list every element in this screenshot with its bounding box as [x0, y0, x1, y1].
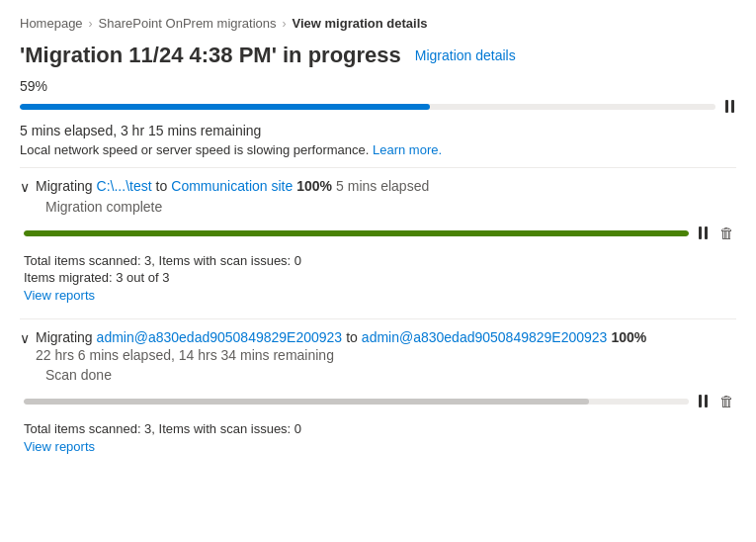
migration-source-1[interactable]: C:\...\test [97, 178, 152, 194]
stat-line-1-1: Items migrated: 3 out of 3 [24, 270, 736, 285]
migration-item-1: ∨ Migrating C:\...\test to Communication… [20, 178, 736, 303]
stat-line-1-0: Total items scanned: 3, Items with scan … [24, 253, 736, 268]
overall-progress-bar-container [20, 98, 736, 115]
title-row: 'Migration 11/24 4:38 PM' in progress Mi… [20, 43, 736, 68]
breadcrumb-homepage[interactable]: Homepage [20, 16, 83, 31]
breadcrumb: Homepage › SharePoint OnPrem migrations … [20, 16, 736, 31]
migration-percent-1: 100% [296, 178, 332, 194]
pause-icon [725, 100, 734, 113]
overall-pause-button[interactable] [723, 98, 736, 115]
item-actions-2: 🗑 [697, 391, 736, 411]
breadcrumb-sharepoint[interactable]: SharePoint OnPrem migrations [99, 16, 277, 31]
migration-status-1: Migration complete [45, 199, 736, 215]
overall-progress-section: 59% 5 mins elapsed, 3 hr 15 mins remaini… [20, 78, 736, 157]
migration-label-2: Migrating admin@a830edad9050849829E20092… [36, 329, 736, 363]
chevron-2[interactable]: ∨ [20, 330, 30, 346]
main-divider [20, 167, 736, 168]
migration-source-2[interactable]: admin@a830edad9050849829E200923 [97, 329, 343, 345]
learn-more-link[interactable]: Learn more. [373, 142, 442, 157]
item-progress-row-2: 🗑 [24, 391, 736, 411]
migration-dest-2[interactable]: admin@a830edad9050849829E200923 [362, 329, 608, 345]
to-text-2: to [346, 329, 358, 345]
overall-progress-fill [20, 104, 430, 110]
warning-message: Local network speed or server speed is s… [20, 142, 369, 157]
overall-progress-track [20, 104, 715, 110]
stats-section-1: Total items scanned: 3, Items with scan … [24, 253, 736, 303]
item-delete-button-1[interactable]: 🗑 [717, 223, 736, 243]
item-progress-track-1 [24, 230, 689, 236]
warning-text: Local network speed or server speed is s… [20, 142, 736, 157]
to-text-1: to [156, 178, 168, 194]
page-title: 'Migration 11/24 4:38 PM' in progress [20, 43, 401, 68]
divider-2 [20, 318, 736, 319]
breadcrumb-current: View migration details [293, 16, 428, 31]
migration-header-2: ∨ Migrating admin@a830edad9050849829E200… [20, 329, 736, 363]
migrating-prefix-2: Migrating [36, 329, 93, 345]
item-pause-button-2[interactable] [697, 393, 710, 409]
migration-details-link[interactable]: Migration details [415, 47, 516, 63]
overall-progress-percent: 59% [20, 78, 736, 94]
item-progress-fill-2 [24, 399, 589, 405]
migration-percent-2: 100% [611, 329, 646, 345]
migration-label-1: Migrating C:\...\test to Communication s… [36, 178, 736, 194]
migration-status-2: Scan done [45, 367, 736, 383]
migration-item-2: ∨ Migrating admin@a830edad9050849829E200… [20, 329, 736, 454]
migration-elapsed-1: 5 mins elapsed [336, 178, 429, 194]
breadcrumb-sep-1: › [89, 17, 93, 31]
view-reports-link-1[interactable]: View reports [24, 288, 95, 303]
view-reports-link-2[interactable]: View reports [24, 439, 95, 454]
migration-dest-1[interactable]: Communication site [171, 178, 293, 194]
item-delete-button-2[interactable]: 🗑 [717, 391, 736, 411]
time-elapsed: 5 mins elapsed, 3 hr 15 mins remaining [20, 123, 736, 138]
migrating-prefix-1: Migrating [36, 178, 93, 194]
item-actions-1: 🗑 [697, 223, 736, 243]
chevron-1[interactable]: ∨ [20, 179, 30, 195]
breadcrumb-sep-2: › [283, 17, 287, 31]
migration-header-1: ∨ Migrating C:\...\test to Communication… [20, 178, 736, 195]
item-progress-track-2 [24, 399, 689, 405]
item-progress-row-1: 🗑 [24, 223, 736, 243]
migration-elapsed-2: 22 hrs 6 mins elapsed, 14 hrs 34 mins re… [36, 347, 334, 363]
item-progress-fill-1 [24, 230, 689, 236]
stat-line-2-0: Total items scanned: 3, Items with scan … [24, 421, 736, 436]
item-pause-button-1[interactable] [697, 225, 710, 241]
stats-section-2: Total items scanned: 3, Items with scan … [24, 421, 736, 454]
